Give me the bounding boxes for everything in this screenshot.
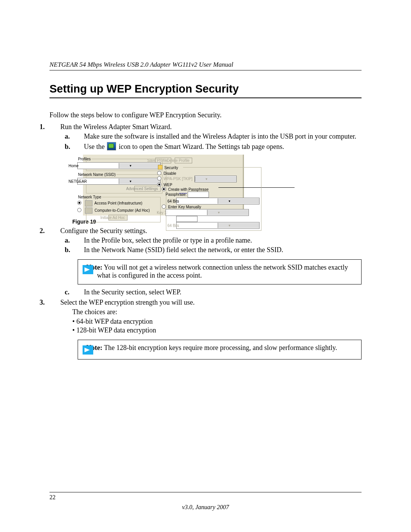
substep-text: Make sure the software is installed and … [84, 133, 357, 140]
note-text: Note: You will not get a wireless networ… [97, 264, 357, 280]
step-1b: b. Use the icon to open the Smart Wizard… [83, 142, 362, 151]
note-box-2: Note: The 128-bit encryption keys requir… [78, 340, 362, 359]
bits-value: 64 Bits [177, 199, 218, 203]
note-box-1: Note: You will not get a wireless networ… [78, 259, 362, 284]
step-text: Select the WEP encryption strength you w… [61, 299, 195, 306]
initiate-adhoc-button: Initiate Ad Hoc [108, 215, 127, 220]
note-body: You will not get a wireless network conn… [97, 264, 348, 279]
note-arrow-icon [83, 345, 93, 355]
step-1: 1. Run the Wireless Adapter Smart Wizard… [61, 123, 362, 225]
step-2b: b. In the Network Name (SSID) field sele… [83, 246, 362, 254]
lock-icon [158, 165, 162, 169]
security-legend-text: Security [164, 166, 178, 170]
manual-page: NETGEAR 54 Mbps Wireless USB 2.0 Adapter… [0, 0, 411, 532]
radio-ap-label: Access Point (Infrastructure) [94, 201, 142, 205]
note-text: Note: The 128-bit encryption keys requir… [97, 344, 337, 352]
step-text: Run the Wireless Adapter Smart Wizard. [61, 123, 172, 131]
chevron-down-icon: ▼ [195, 176, 236, 182]
radio-wep[interactable] [157, 182, 161, 187]
bullet-64bit: 64-bit WEP data encryption [83, 318, 362, 326]
bits-value-2: 64 Bits [177, 224, 218, 228]
radio-manual[interactable] [162, 204, 166, 209]
adhoc-icon [85, 208, 92, 214]
step-3-line2: The choices are: [72, 308, 362, 316]
key-select: Key 1: ▼ [166, 209, 249, 216]
substep-letter: b. [74, 143, 82, 151]
radio-passphrase[interactable] [162, 187, 166, 191]
step-2a: a. In the Profile box, select the profil… [83, 236, 362, 244]
step-number: 3. [50, 299, 59, 307]
substep-text-post: icon to open the Smart Wizard. The Setti… [119, 143, 284, 150]
radio-manual-label: Enter Key Manually [168, 205, 201, 209]
profile-value: Home [78, 164, 119, 168]
network-type-group: Network Type Access Point (Infrastructur… [86, 195, 161, 222]
substep-text: In the Security section, select WEP. [84, 288, 182, 296]
step-2: 2. Configure the Security settings. a. I… [61, 227, 362, 296]
substep-letter: a. [74, 133, 82, 141]
chevron-down-icon[interactable]: ▼ [119, 163, 160, 168]
running-head: NETGEAR 54 Mbps Wireless USB 2.0 Adapter… [49, 61, 362, 70]
key-input [176, 216, 198, 222]
advanced-settings-button[interactable]: Advanced Settings [134, 186, 161, 192]
ssid-select[interactable]: NETGEAR ▼ [77, 178, 161, 185]
step-number: 1. [50, 123, 59, 131]
chevron-down-icon[interactable]: ▼ [218, 198, 259, 204]
substep-letter: a. [74, 236, 82, 244]
figure-19: Profiles Home ▼ Network Name (SSID) NETG… [83, 155, 362, 225]
network-type-legend: Network Type [88, 195, 102, 199]
profiles-legend: Profiles [88, 157, 91, 161]
smart-wizard-icon [107, 142, 116, 150]
radio-passphrase-label: Create with Passphrase [168, 187, 209, 192]
substep-letter: c. [74, 288, 82, 296]
security-legend: Security [168, 165, 183, 170]
radio-adhoc-label: Computer-to-Computer (Ad Hoc) [95, 208, 150, 212]
bullet-128bit: 128-bit WEP data encryption [83, 326, 362, 334]
radio-wep-label: WEP [164, 183, 172, 187]
step-text: Configure the Security settings. [61, 227, 147, 235]
chevron-down-icon: ▼ [218, 223, 259, 228]
step-1a: a. Make sure the software is installed a… [83, 133, 362, 141]
note-body: The 128-bit encryption keys require more… [104, 344, 337, 351]
radio-disable[interactable] [157, 171, 161, 175]
intro-paragraph: Follow the steps below to configure WEP … [49, 111, 362, 119]
page-number: 22 [49, 494, 56, 501]
step-3: 3. Select the WEP encryption strength yo… [61, 299, 362, 359]
substep-text: In the Profile box, select the profile o… [84, 236, 252, 244]
ssid-group: Network Name (SSID) NETGEAR ▼ Advanced S… [86, 173, 162, 193]
key-label: Key 1: [166, 211, 207, 215]
bits-select-2: 64 Bits ▼ [176, 222, 260, 229]
security-group: Security Disable WPA-PSK [TKIP] ▼ WEP [166, 165, 261, 231]
ssid-value: NETGEAR [78, 179, 119, 184]
chevron-down-icon: ▼ [207, 210, 249, 215]
radio-wpa[interactable] [157, 176, 161, 181]
passphrase-input[interactable]: ****** [188, 192, 209, 198]
ap-icon [85, 200, 92, 206]
profile-select[interactable]: Home ▼ [77, 162, 161, 169]
settings-dialog: Profiles Home ▼ Network Name (SSID) NETG… [83, 155, 244, 216]
note-arrow-icon [83, 265, 93, 274]
substep-letter: b. [74, 246, 82, 254]
radio-ap[interactable] [77, 201, 81, 205]
chevron-down-icon[interactable]: ▼ [119, 179, 160, 184]
footer-rule [49, 492, 362, 492]
radio-wpa-label: WPA-PSK [TKIP] [164, 177, 193, 181]
bits-select[interactable]: 64 Bits ▼ [176, 198, 260, 204]
ssid-legend: Network Name (SSID) [88, 173, 116, 177]
section-heading: Setting up WEP Encryption Security [49, 83, 362, 98]
delete-profile-button[interactable]: Delete Profile [175, 158, 192, 163]
substep-text-pre: Use the [84, 143, 105, 150]
radio-disable-label: Disable [164, 171, 176, 176]
radio-adhoc[interactable] [77, 208, 81, 212]
profiles-group: Profiles Home ▼ [86, 157, 162, 171]
substep-text: In the Network Name (SSID) field select … [84, 246, 284, 254]
footer-version: v3.0, January 2007 [0, 504, 411, 511]
step-list: 1. Run the Wireless Adapter Smart Wizard… [49, 123, 362, 359]
step-2c: c. In the Security section, select WEP. [83, 288, 362, 296]
step-number: 2. [50, 227, 59, 235]
